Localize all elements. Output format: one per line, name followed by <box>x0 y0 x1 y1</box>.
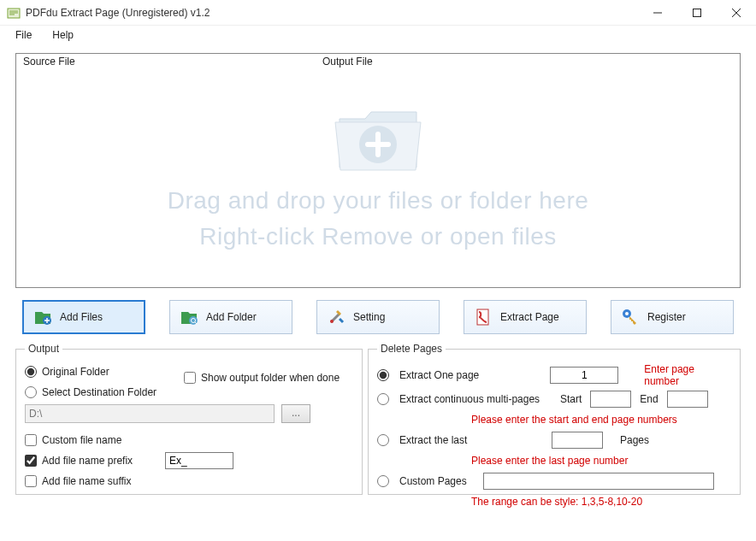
window-title: PDFdu Extract Page (Unregistered) v1.2 <box>26 7 638 19</box>
register-icon <box>620 307 641 327</box>
one-page-hint: Enter page number <box>644 363 731 387</box>
extract-page-button[interactable]: Extract Page <box>464 300 587 334</box>
extract-one-label: Extract One page <box>399 369 545 381</box>
prefix-label: Add file name prefix <box>42 455 162 467</box>
delete-legend: Delete Pages <box>377 343 446 355</box>
suffix-label: Add file name suffix <box>42 475 132 487</box>
extract-one-radio[interactable] <box>377 369 389 381</box>
extract-multi-label: Extract continuous multi-pages <box>399 393 555 405</box>
svg-point-15 <box>625 312 629 315</box>
multi-hint: Please enter the start and end page numb… <box>471 414 677 426</box>
close-button[interactable] <box>717 0 756 26</box>
output-group: Output Show output folder when done Orig… <box>15 343 363 495</box>
suffix-checkbox[interactable] <box>25 475 37 487</box>
toolbar: Add Files Add Folder Setting Extract Pag… <box>15 300 741 334</box>
minimize-button[interactable] <box>638 0 677 26</box>
last-hint: Please enter the last page number <box>471 455 628 467</box>
add-folder-icon <box>179 307 199 327</box>
extract-last-label: Extract the last <box>399 434 546 446</box>
start-label: Start <box>560 393 582 405</box>
dest-path-input <box>25 404 275 423</box>
setting-label: Setting <box>353 311 385 323</box>
extract-page-label: Extract Page <box>500 311 559 323</box>
end-label: End <box>640 393 658 405</box>
add-files-label: Add Files <box>60 311 103 323</box>
file-list-panel[interactable]: Source File Output File Drag and drop yo… <box>15 53 741 288</box>
menu-file[interactable]: File <box>7 27 40 43</box>
custom-pages-label: Custom Pages <box>399 475 478 487</box>
add-files-icon <box>32 307 53 327</box>
delete-pages-group: Delete Pages Extract One page Enter page… <box>368 343 741 495</box>
custom-name-label: Custom file name <box>42 434 121 446</box>
show-output-checkbox[interactable] <box>184 372 196 384</box>
svg-rect-13 <box>477 309 488 325</box>
extract-page-icon <box>473 307 493 327</box>
menu-help[interactable]: Help <box>44 27 82 43</box>
custom-hint: The range can be style: 1,3,5-8,10-20 <box>471 496 642 508</box>
end-input[interactable] <box>667 391 708 408</box>
show-output-row: Show output folder when done <box>184 372 340 384</box>
maximize-button[interactable] <box>677 0 717 26</box>
menubar: File Help <box>0 26 756 44</box>
setting-button[interactable]: Setting <box>316 300 440 334</box>
extract-last-radio[interactable] <box>377 434 389 446</box>
drop-hint-line1: Drag and drop your files or folder here <box>168 183 589 219</box>
titlebar: PDFdu Extract Page (Unregistered) v1.2 <box>0 0 756 26</box>
original-folder-label: Original Folder <box>42 366 109 378</box>
add-folder-button[interactable]: Add Folder <box>169 300 292 334</box>
browse-button[interactable]: ... <box>281 404 310 423</box>
register-button[interactable]: Register <box>611 300 734 334</box>
file-list-headers: Source File Output File <box>16 54 740 71</box>
extract-multi-radio[interactable] <box>377 393 389 405</box>
show-output-label: Show output folder when done <box>201 372 340 384</box>
output-legend: Output <box>25 343 62 355</box>
svg-point-12 <box>330 320 334 323</box>
register-label: Register <box>647 311 686 323</box>
prefix-checkbox[interactable] <box>25 455 37 467</box>
header-source-file[interactable]: Source File <box>16 54 316 71</box>
custom-pages-input[interactable] <box>483 473 714 490</box>
pages-label: Pages <box>620 434 649 446</box>
add-folder-label: Add Folder <box>206 311 257 323</box>
drop-zone[interactable]: Drag and drop your files or folder here … <box>16 71 740 287</box>
select-dest-radio[interactable] <box>25 386 37 398</box>
select-dest-label: Select Destination Folder <box>42 386 157 398</box>
svg-rect-2 <box>694 9 701 16</box>
drop-hint-line2: Right-click Remove or open files <box>199 219 557 255</box>
window-controls <box>638 0 756 26</box>
one-page-input[interactable] <box>550 367 618 384</box>
prefix-input[interactable] <box>165 452 233 469</box>
custom-pages-radio[interactable] <box>377 475 389 487</box>
app-icon <box>7 6 21 20</box>
start-input[interactable] <box>590 391 631 408</box>
header-output-file[interactable]: Output File <box>316 54 740 71</box>
original-folder-radio[interactable] <box>25 366 37 378</box>
folder-plus-icon <box>327 95 429 183</box>
setting-icon <box>326 307 346 327</box>
last-input[interactable] <box>552 432 603 449</box>
add-files-button[interactable]: Add Files <box>22 300 145 334</box>
custom-name-checkbox[interactable] <box>25 434 37 446</box>
